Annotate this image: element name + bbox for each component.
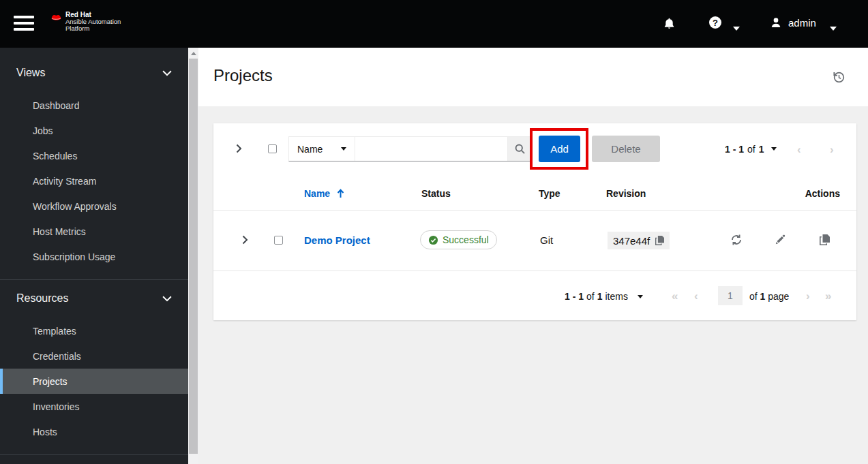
filter-attribute-select[interactable]: Name <box>289 137 355 161</box>
sidebar-item-schedules[interactable]: Schedules <box>0 143 188 168</box>
sidebar-item-activity-stream[interactable]: Activity Stream <box>0 168 188 194</box>
sidebar-item-hosts[interactable]: Hosts <box>0 419 188 444</box>
help-icon[interactable]: ? <box>709 16 721 29</box>
username-label[interactable]: admin <box>788 17 816 29</box>
sidebar-item-dashboard[interactable]: Dashboard <box>0 93 188 118</box>
column-header-revision: Revision <box>606 188 646 199</box>
sidebar-group-resources[interactable]: Resources <box>0 286 188 311</box>
sidebar-item-credentials[interactable]: Credentials <box>0 343 188 369</box>
sidebar-group-resources-label: Resources <box>16 292 68 305</box>
status-badge[interactable]: Successful <box>420 230 497 249</box>
filter-attribute-label: Name <box>297 144 323 155</box>
help-dropdown-caret-icon[interactable] <box>733 21 740 33</box>
check-circle-icon <box>428 235 438 245</box>
brand-logo: Red Hat Ansible Automation Platform <box>50 11 121 32</box>
select-all-checkbox[interactable] <box>268 144 277 153</box>
page-header: Projects <box>198 48 868 106</box>
row-checkbox[interactable] <box>274 236 283 245</box>
items-per-page-caret-icon[interactable] <box>638 295 643 298</box>
sidebar-item-host-metrics[interactable]: Host Metrics <box>0 219 188 244</box>
pagination-caret-icon[interactable] <box>771 147 777 151</box>
toolbar-pagination: 1 - 1 of 1 <box>725 136 777 162</box>
chevron-down-icon <box>162 296 172 302</box>
copy-project-icon[interactable] <box>820 234 830 245</box>
sidebar-divider <box>0 454 188 455</box>
notifications-bell-icon[interactable] <box>663 17 675 30</box>
project-name-link[interactable]: Demo Project <box>304 234 370 246</box>
last-page-icon[interactable]: » <box>825 290 831 302</box>
search-button[interactable] <box>507 137 531 161</box>
expand-all-chevron-icon[interactable] <box>236 144 242 156</box>
column-header-name[interactable]: Name <box>304 188 344 199</box>
prev-page-icon[interactable]: ‹ <box>694 290 698 302</box>
pagination-total: 1 <box>759 144 764 155</box>
masthead: Red Hat Ansible Automation Platform ? ad… <box>0 0 868 48</box>
column-header-type: Type <box>539 188 560 199</box>
sidebar-group-views-label: Views <box>16 67 45 79</box>
column-header-actions: Actions <box>805 188 840 199</box>
user-icon[interactable] <box>770 16 782 29</box>
sort-ascending-icon <box>337 189 344 198</box>
sidebar-nav: Views Dashboard Jobs Schedules Activity … <box>0 48 188 464</box>
sidebar-group-views[interactable]: Views <box>0 61 188 85</box>
chevron-down-icon <box>162 70 172 76</box>
row-expand-chevron-icon[interactable] <box>242 235 248 247</box>
redhat-hat-icon <box>50 13 63 22</box>
select-caret-icon <box>341 147 346 151</box>
main-content: Projects Name <box>198 48 868 464</box>
sidebar-item-workflow-approvals[interactable]: Workflow Approvals <box>0 194 188 219</box>
footer-items-pagination: 1 - 1 of 1 items <box>565 291 643 302</box>
table-header-row: Name Status Type Revision Actions <box>213 177 856 210</box>
column-header-status: Status <box>421 188 451 199</box>
table-divider <box>213 210 856 211</box>
page-title: Projects <box>213 66 273 85</box>
status-label: Successful <box>443 234 489 245</box>
sidebar-item-jobs[interactable]: Jobs <box>0 118 188 143</box>
copy-revision-icon[interactable] <box>655 236 664 245</box>
edit-pencil-icon[interactable] <box>775 234 785 245</box>
page-count-label: of 1 page <box>749 291 789 302</box>
first-page-icon[interactable]: « <box>672 290 678 302</box>
sync-project-icon[interactable] <box>730 234 743 246</box>
app-root: Red Hat Ansible Automation Platform ? ad… <box>0 0 868 464</box>
add-button[interactable]: Add <box>539 136 580 162</box>
revision-value: 347e44f <box>613 235 650 247</box>
table-divider <box>213 270 856 271</box>
brand-line3: Platform <box>65 25 121 32</box>
prev-page-icon[interactable]: ‹ <box>797 144 801 155</box>
sidebar-item-subscription-usage[interactable]: Subscription Usage <box>0 244 188 269</box>
projects-list-card: Name Add Delete 1 - 1 of 1 ‹ › <box>213 123 856 320</box>
project-type: Git <box>540 234 553 246</box>
next-page-icon[interactable]: › <box>806 290 810 302</box>
history-icon[interactable] <box>832 70 845 84</box>
sidebar-divider <box>0 279 188 280</box>
sidebar-item-templates[interactable]: Templates <box>0 318 188 343</box>
search-input[interactable] <box>355 137 507 161</box>
revision-chip: 347e44f <box>608 232 670 249</box>
vertical-scrollbar <box>188 48 198 464</box>
sidebar-item-projects[interactable]: Projects <box>0 369 188 394</box>
nav-toggle-icon[interactable] <box>14 16 34 31</box>
current-page-input[interactable] <box>718 286 743 305</box>
user-dropdown-caret-icon[interactable] <box>830 21 837 33</box>
next-page-icon[interactable]: › <box>830 144 834 155</box>
sidebar-item-inventories[interactable]: Inventories <box>0 394 188 419</box>
search-icon <box>514 143 526 155</box>
pagination-range: 1 - 1 <box>725 144 744 155</box>
delete-button[interactable]: Delete <box>592 136 660 162</box>
filter-group: Name <box>288 136 532 161</box>
scrollbar-thumb[interactable] <box>189 59 198 454</box>
scrollbar-up-arrow[interactable] <box>188 48 198 59</box>
